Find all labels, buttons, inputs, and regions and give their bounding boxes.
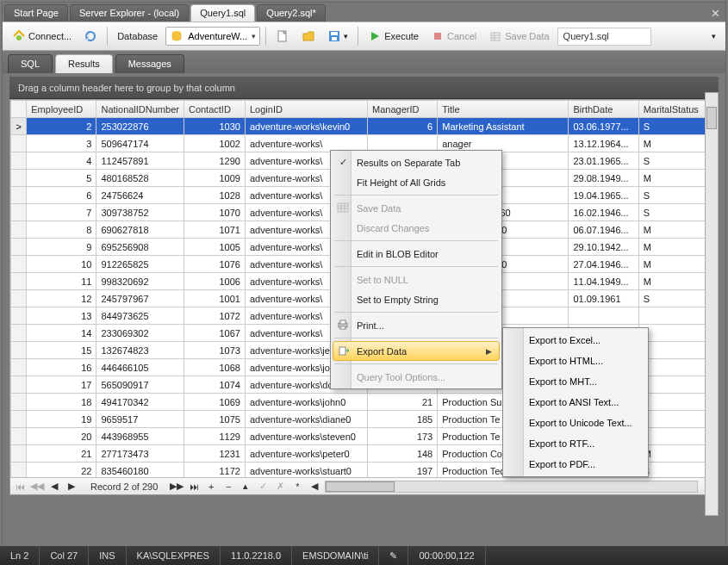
toolbar-chevron[interactable]: ▾ xyxy=(707,29,720,43)
tab-close-icon[interactable]: ✕ xyxy=(706,5,725,22)
menu-set-empty[interactable]: Set to Empty String xyxy=(333,289,500,309)
cell-employeeid[interactable]: 11 xyxy=(27,273,96,290)
cell-employeeid[interactable]: 18 xyxy=(27,394,96,411)
cell-birthdate[interactable] xyxy=(569,307,638,325)
cell-managerid[interactable]: 197 xyxy=(368,463,438,478)
table-row[interactable]: >22530228761030adventure-works\kevin06Ma… xyxy=(11,118,718,135)
export-html[interactable]: Export to HTML... xyxy=(505,351,646,371)
cell-title[interactable]: Marketing Assistant xyxy=(438,118,569,135)
cell-contactid[interactable]: 1030 xyxy=(184,118,245,135)
cell-birthdate[interactable]: 03.06.1977... xyxy=(569,118,638,135)
cell-nationalidnumber[interactable]: 233069302 xyxy=(96,325,184,342)
export-unicode[interactable]: Export to Unicode Text... xyxy=(505,413,646,433)
nav-prevpage[interactable]: ◀◀ xyxy=(30,481,44,492)
nav-next[interactable]: ▶ xyxy=(65,481,78,492)
column-header-managerid[interactable]: ManagerID xyxy=(368,101,438,118)
menu-export-data[interactable]: Export Data xyxy=(333,341,500,361)
cell-loginid[interactable]: adventure-works\stuart0 xyxy=(245,463,367,478)
cell-nationalidnumber[interactable]: 24756624 xyxy=(96,187,184,204)
cell-nationalidnumber[interactable]: 509647174 xyxy=(96,135,184,152)
cell-contactid[interactable]: 1290 xyxy=(184,152,245,170)
cell-nationalidnumber[interactable]: 998320692 xyxy=(96,273,184,290)
cell-contactid[interactable]: 1072 xyxy=(184,307,245,325)
savedata-button[interactable]: Save Data xyxy=(484,27,553,46)
cell-birthdate[interactable]: 29.10.1942... xyxy=(569,239,638,256)
export-mht[interactable]: Export to MHT... xyxy=(505,371,646,392)
cell-employeeid[interactable]: 13 xyxy=(27,307,96,325)
nav-nextpage[interactable]: ▶▶ xyxy=(170,481,184,492)
open-button[interactable] xyxy=(297,27,320,46)
cell-employeeid[interactable]: 14 xyxy=(27,325,96,342)
cell-nationalidnumber[interactable]: 690627818 xyxy=(96,221,184,239)
nav-add[interactable]: + xyxy=(204,481,218,492)
column-header-loginid[interactable]: LoginID xyxy=(245,101,367,118)
cell-contactid[interactable]: 1074 xyxy=(184,376,245,394)
cell-contactid[interactable]: 1073 xyxy=(184,342,245,359)
cell-employeeid[interactable]: 9 xyxy=(27,239,96,256)
cell-loginid[interactable]: adventure-works\kevin0 xyxy=(245,118,367,135)
cell-contactid[interactable]: 1129 xyxy=(184,428,245,445)
cell-employeeid[interactable]: 10 xyxy=(27,256,96,273)
database-select[interactable]: AdventureW... ▾ xyxy=(165,27,260,46)
cell-nationalidnumber[interactable]: 277173473 xyxy=(96,445,184,463)
cell-nationalidnumber[interactable]: 912265825 xyxy=(96,256,184,273)
subtab-sql[interactable]: SQL xyxy=(8,54,53,73)
cell-nationalidnumber[interactable]: 132674823 xyxy=(96,342,184,359)
cell-loginid[interactable]: adventure-works\john0 xyxy=(245,394,367,411)
menu-discard-changes[interactable]: Discard Changes xyxy=(333,218,500,238)
cell-employeeid[interactable]: 2 xyxy=(27,118,96,135)
cell-birthdate[interactable]: 23.01.1965... xyxy=(569,152,638,170)
cell-birthdate[interactable]: 27.04.1946... xyxy=(569,256,638,273)
cell-contactid[interactable]: 1071 xyxy=(184,221,245,239)
cell-managerid[interactable]: 21 xyxy=(368,394,438,411)
cell-nationalidnumber[interactable]: 253022876 xyxy=(96,118,184,135)
export-pdf[interactable]: Export to PDF... xyxy=(505,454,646,475)
cell-contactid[interactable]: 1172 xyxy=(184,463,245,478)
cell-birthdate[interactable]: 19.04.1965... xyxy=(569,187,638,204)
cell-nationalidnumber[interactable]: 245797967 xyxy=(96,290,184,307)
cell-birthdate[interactable]: 16.02.1946... xyxy=(569,204,638,221)
cell-employeeid[interactable]: 6 xyxy=(27,187,96,204)
vertical-scrollbar[interactable] xyxy=(705,92,719,516)
subtab-results[interactable]: Results xyxy=(55,54,113,73)
tab-server-explorer[interactable]: Server Explorer - (local) xyxy=(70,4,189,22)
cell-contactid[interactable]: 1067 xyxy=(184,325,245,342)
tab-query2[interactable]: Query2.sql* xyxy=(257,4,325,22)
horizontal-scrollbar[interactable] xyxy=(325,481,698,493)
cell-nationalidnumber[interactable]: 844973625 xyxy=(96,307,184,325)
nav-cancel[interactable]: ✗ xyxy=(273,481,287,492)
nav-edit[interactable]: ▴ xyxy=(239,481,252,492)
cell-contactid[interactable]: 1231 xyxy=(184,445,245,463)
cell-managerid[interactable]: 148 xyxy=(368,445,438,463)
save-button[interactable]: ▾ xyxy=(323,27,352,46)
column-header-contactid[interactable]: ContactID xyxy=(184,101,245,118)
cell-loginid[interactable]: adventure-works\diane0 xyxy=(245,411,367,428)
cell-employeeid[interactable]: 16 xyxy=(27,359,96,376)
tab-start-page[interactable]: Start Page xyxy=(4,4,68,22)
cell-contactid[interactable]: 1075 xyxy=(184,411,245,428)
cell-employeeid[interactable]: 20 xyxy=(27,428,96,445)
export-excel[interactable]: Export to Excel... xyxy=(505,330,646,351)
cell-loginid[interactable]: adventure-works\peter0 xyxy=(245,445,367,463)
nav-remove[interactable]: − xyxy=(221,481,235,492)
cell-employeeid[interactable]: 5 xyxy=(27,170,96,187)
cell-nationalidnumber[interactable]: 446466105 xyxy=(96,359,184,376)
menu-set-null[interactable]: Set to NULL xyxy=(333,270,500,289)
cell-nationalidnumber[interactable]: 695256908 xyxy=(96,239,184,256)
cell-contactid[interactable]: 1028 xyxy=(184,187,245,204)
cell-nationalidnumber[interactable]: 565090917 xyxy=(96,376,184,394)
cell-nationalidnumber[interactable]: 9659517 xyxy=(96,411,184,428)
cell-birthdate[interactable]: 01.09.1961 xyxy=(569,290,638,307)
connect-button[interactable]: Connect... xyxy=(8,27,76,46)
query-file-field[interactable]: Query1.sql xyxy=(557,28,651,46)
group-by-bar[interactable]: Drag a column header here to group by th… xyxy=(9,77,719,99)
column-header-nationalidnumber[interactable]: NationalIDNumber xyxy=(96,101,184,118)
cell-employeeid[interactable]: 17 xyxy=(27,376,96,394)
menu-results-separate-tab[interactable]: Results on Separate Tab xyxy=(333,152,500,172)
cell-employeeid[interactable]: 12 xyxy=(27,290,96,307)
nav-left[interactable]: ◀ xyxy=(308,481,321,492)
execute-button[interactable]: Execute xyxy=(364,27,423,46)
menu-fit-height[interactable]: Fit Height of All Grids xyxy=(333,172,500,192)
refresh-button[interactable] xyxy=(79,27,102,46)
cell-employeeid[interactable]: 22 xyxy=(27,463,96,478)
